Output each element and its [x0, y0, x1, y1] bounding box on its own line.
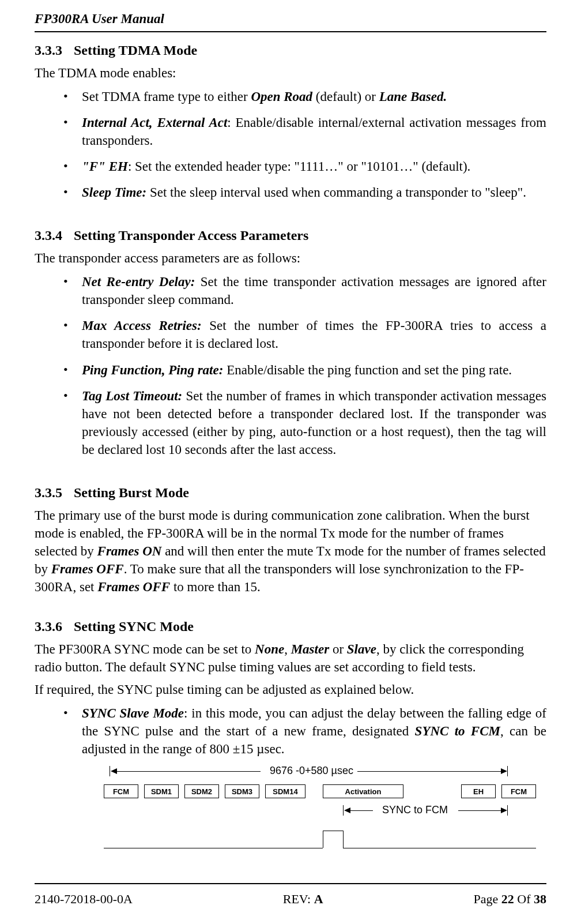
box-activation: Activation	[323, 784, 403, 798]
box-fcm2: FCM	[501, 784, 536, 798]
text: ,	[284, 642, 291, 656]
emph: SYNC to FCM	[415, 724, 500, 738]
emph: SYNC Slave Mode	[82, 706, 184, 720]
doc-header: FP300RA User Manual	[35, 12, 546, 27]
arrow-right-icon	[501, 807, 507, 813]
heading-335-title: Setting Burst Mode	[74, 485, 189, 500]
heading-335-num: 3.3.5	[35, 485, 74, 501]
box-sdm2: SDM2	[184, 784, 219, 798]
para-335: The primary use of the burst mode is dur…	[35, 506, 546, 596]
arrow-right-icon	[501, 768, 507, 774]
emph: Frames OFF	[97, 580, 170, 594]
box-fcm: FCM	[104, 784, 138, 798]
emph: Open Road	[251, 89, 312, 104]
list-334: Net Re-entry Delay: Set the time transpo…	[58, 273, 546, 458]
emph: Lane Based.	[379, 89, 447, 104]
dim-line	[357, 771, 501, 772]
footer-left: 2140-72018-00-0A	[35, 892, 133, 907]
footer-center: REV: A	[283, 892, 323, 907]
dim-tick	[343, 805, 344, 816]
para-336-1: The PF300RA SYNC mode can be set to None…	[35, 640, 546, 676]
list-item: Max Access Retries: Set the number of ti…	[58, 317, 546, 352]
list-item: Internal Act, External Act: Enable/disab…	[58, 114, 546, 149]
frame-boxes: FCM SDM1 SDM2 SDM3 SDM14 Activation EH F…	[104, 784, 542, 801]
footer-rev: A	[314, 892, 323, 906]
list-item: Net Re-entry Delay: Set the time transpo…	[58, 273, 546, 309]
dim-line	[350, 810, 373, 811]
text: (default) or	[312, 89, 379, 104]
emph: Max Access Retries:	[82, 318, 202, 333]
heading-334-title: Setting Transponder Access Parameters	[74, 228, 308, 243]
dim-tick	[507, 805, 508, 816]
dim-line	[116, 771, 261, 772]
emph: Frames ON	[97, 544, 162, 558]
emph: Tag Lost Timeout:	[82, 389, 182, 403]
pulse-seg	[343, 848, 536, 848]
list-333: Set TDMA frame type to either Open Road …	[58, 88, 546, 201]
text: to more than 15.	[170, 580, 261, 594]
list-item: Set TDMA frame type to either Open Road …	[58, 88, 546, 106]
emph: Sleep Time:	[82, 185, 146, 200]
pulse-seg	[323, 831, 343, 831]
heading-336-num: 3.3.6	[35, 619, 74, 634]
dim-tick	[507, 766, 508, 776]
para-336-2: If required, the SYNC pulse timing can b…	[35, 681, 546, 698]
text: : Set the extended header type: "1111…" …	[128, 159, 471, 174]
header-rule	[35, 31, 546, 32]
page-footer: 2140-72018-00-0A REV: A Page 22 Of 38	[35, 892, 546, 907]
pulse-seg	[323, 831, 323, 848]
dim-total: 9676 -0+580 µsec	[104, 766, 542, 782]
box-sdm3: SDM3	[225, 784, 259, 798]
pulse-seg	[104, 848, 323, 848]
list-item: Tag Lost Timeout: Set the number of fram…	[58, 387, 546, 459]
footer-page: 22	[501, 892, 514, 906]
heading-333: 3.3.3Setting TDMA Mode	[35, 43, 546, 58]
intro-334: The transponder access parameters are as…	[35, 249, 546, 267]
emph: None	[255, 642, 284, 656]
text: REV:	[283, 892, 314, 906]
text: The PF300RA SYNC mode can be set to	[35, 642, 255, 656]
list-item: Sleep Time: Set the sleep interval used …	[58, 183, 546, 201]
footer-rule	[35, 883, 546, 884]
emph: Frames OFF	[51, 562, 124, 576]
dim-sync: SYNC to FCM	[104, 805, 542, 821]
emph: Ping Function, Ping rate:	[82, 363, 223, 377]
list-item: Ping Function, Ping rate: Enable/disable…	[58, 361, 546, 379]
heading-335: 3.3.5Setting Burst Mode	[35, 485, 546, 501]
heading-333-title: Setting TDMA Mode	[74, 43, 197, 58]
text: Of	[514, 892, 534, 906]
box-sdm1: SDM1	[144, 784, 179, 798]
text: Set the sleep interval used when command…	[146, 185, 526, 200]
heading-334: 3.3.4Setting Transponder Access Paramete…	[35, 228, 546, 243]
dim-sync-label: SYNC to FCM	[378, 804, 452, 816]
heading-336: 3.3.6Setting SYNC Mode	[35, 619, 546, 634]
text: or	[329, 642, 347, 656]
heading-333-num: 3.3.3	[35, 43, 74, 58]
intro-333: The TDMA mode enables:	[35, 64, 546, 82]
footer-total: 38	[534, 892, 546, 906]
pulse-seg	[343, 831, 344, 848]
list-336: SYNC Slave Mode: in this mode, you can a…	[58, 704, 546, 758]
dim-total-label: 9676 -0+580 µsec	[265, 765, 358, 777]
box-eh: EH	[461, 784, 496, 798]
emph: Internal Act, External Act	[82, 115, 227, 130]
text: Enable/disable the ping function and set…	[223, 363, 512, 377]
text: Page	[474, 892, 501, 906]
box-sdm14: SDM14	[265, 784, 305, 798]
timing-diagram: 9676 -0+580 µsec FCM SDM1 SDM2 SDM3 SDM1…	[104, 766, 542, 852]
list-item: "F" EH: Set the extended header type: "1…	[58, 157, 546, 175]
emph: "F" EH	[82, 159, 128, 174]
footer-right: Page 22 Of 38	[474, 892, 546, 907]
emph: Master	[291, 642, 329, 656]
list-item: SYNC Slave Mode: in this mode, you can a…	[58, 704, 546, 758]
heading-334-num: 3.3.4	[35, 228, 74, 243]
dim-line	[458, 810, 501, 811]
text: Set TDMA frame type to either	[82, 89, 251, 104]
dim-tick	[110, 766, 110, 776]
heading-336-title: Setting SYNC Mode	[74, 619, 194, 634]
emph: Slave	[347, 642, 376, 656]
emph: Net Re-entry Delay:	[82, 275, 195, 289]
pulse-waveform	[104, 825, 542, 859]
